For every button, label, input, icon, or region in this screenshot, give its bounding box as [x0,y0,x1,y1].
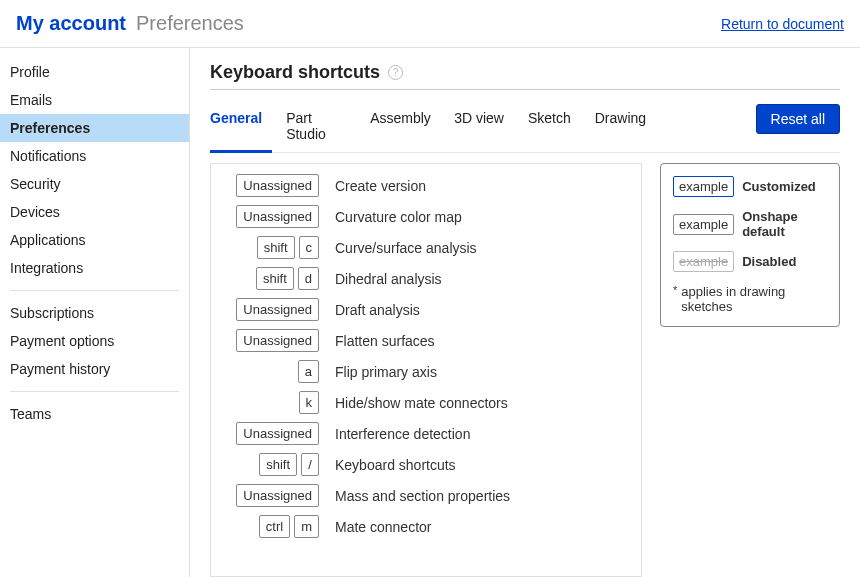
tab-sketch[interactable]: Sketch [528,104,581,152]
shortcut-row[interactable]: UnassignedMass and section properties [221,484,571,507]
shortcut-keys[interactable]: Unassigned [221,484,319,507]
legend-row-disabled: example Disabled [673,251,827,272]
title-preferences: Preferences [136,12,244,35]
sidebar-item-preferences[interactable]: Preferences [0,114,189,142]
shortcut-keys[interactable]: Unassigned [221,298,319,321]
header-title-group: My account Preferences [16,12,244,35]
sidebar-item-devices[interactable]: Devices [0,198,189,226]
shortcuts-panel[interactable]: UnassignedCreate versionUnassignedCurvat… [210,163,642,577]
key-box: Unassigned [236,484,319,507]
section-title-row: Keyboard shortcuts ? [210,62,840,90]
tab-3d-view[interactable]: 3D view [454,104,514,152]
shortcut-description: Dihedral analysis [335,271,442,287]
section-title: Keyboard shortcuts [210,62,380,83]
sidebar-item-applications[interactable]: Applications [0,226,189,254]
tabs: General Part Studio Assembly 3D view Ske… [210,104,746,152]
legend-label-customized: Customized [742,179,816,194]
key-box: m [294,515,319,538]
shortcut-keys[interactable]: shiftc [221,236,319,259]
shortcut-description: Draft analysis [335,302,420,318]
sidebar-separator [10,290,179,291]
shortcut-row[interactable]: UnassignedInterference detection [221,422,571,445]
sidebar-item-subscriptions[interactable]: Subscriptions [0,299,189,327]
key-box: shift [257,236,295,259]
shortcut-row[interactable]: shift/Keyboard shortcuts [221,453,571,476]
sidebar-item-notifications[interactable]: Notifications [0,142,189,170]
shortcut-row[interactable]: aFlip primary axis [221,360,571,383]
sidebar-item-payment-options[interactable]: Payment options [0,327,189,355]
key-box: k [299,391,320,414]
key-box: Unassigned [236,205,319,228]
sidebar-item-teams[interactable]: Teams [0,400,189,428]
sidebar-item-security[interactable]: Security [0,170,189,198]
layout: Profile Emails Preferences Notifications… [0,48,860,577]
shortcut-keys[interactable]: shift/ [221,453,319,476]
shortcut-keys[interactable]: ctrlm [221,515,319,538]
key-box: Unassigned [236,298,319,321]
shortcut-keys[interactable]: shiftd [221,267,319,290]
shortcut-row[interactable]: ctrlmMate connector [221,515,571,538]
legend-box-default: example [673,214,734,235]
key-box: Unassigned [236,422,319,445]
shortcut-row[interactable]: shiftcCurve/surface analysis [221,236,571,259]
shortcut-description: Mass and section properties [335,488,510,504]
legend-box-disabled: example [673,251,734,272]
shortcut-keys[interactable]: Unassigned [221,422,319,445]
legend-row-customized: example Customized [673,176,827,197]
shortcut-description: Curve/surface analysis [335,240,477,256]
shortcut-description: Interference detection [335,426,470,442]
shortcut-description: Flip primary axis [335,364,437,380]
reset-all-button[interactable]: Reset all [756,104,840,134]
legend-note-text: applies in drawing sketches [681,284,827,314]
shortcut-keys[interactable]: Unassigned [221,174,319,197]
shortcut-row[interactable]: UnassignedCurvature color map [221,205,571,228]
legend-label-default: Onshape default [742,209,827,239]
header: My account Preferences Return to documen… [0,0,860,48]
sidebar-item-integrations[interactable]: Integrations [0,254,189,282]
help-icon[interactable]: ? [388,65,403,80]
main-content: Keyboard shortcuts ? General Part Studio… [190,48,860,577]
sidebar: Profile Emails Preferences Notifications… [0,48,190,577]
shortcut-row[interactable]: UnassignedFlatten surfaces [221,329,571,352]
shortcut-row[interactable]: shiftdDihedral analysis [221,267,571,290]
sidebar-item-payment-history[interactable]: Payment history [0,355,189,383]
legend-panel: example Customized example Onshape defau… [660,163,840,327]
legend-label-disabled: Disabled [742,254,796,269]
shortcut-description: Keyboard shortcuts [335,457,456,473]
key-box: c [299,236,320,259]
shortcut-row[interactable]: kHide/show mate connectors [221,391,571,414]
legend-note: * applies in drawing sketches [673,284,827,314]
return-to-document-link[interactable]: Return to document [721,16,844,32]
sidebar-item-emails[interactable]: Emails [0,86,189,114]
shortcut-description: Mate connector [335,519,432,535]
legend-note-star: * [673,284,677,296]
shortcut-row[interactable]: UnassignedDraft analysis [221,298,571,321]
shortcut-description: Flatten surfaces [335,333,435,349]
shortcut-description: Curvature color map [335,209,462,225]
tab-general[interactable]: General [210,104,272,153]
shortcut-description: Hide/show mate connectors [335,395,508,411]
shortcut-row[interactable]: UnassignedCreate version [221,174,571,197]
shortcut-keys[interactable]: k [221,391,319,414]
shortcut-keys[interactable]: Unassigned [221,329,319,352]
tab-assembly[interactable]: Assembly [370,104,440,152]
tab-drawing[interactable]: Drawing [595,104,656,152]
legend-box-customized: example [673,176,734,197]
key-box: Unassigned [236,329,319,352]
key-box: Unassigned [236,174,319,197]
key-box: shift [256,267,294,290]
key-box: / [301,453,319,476]
title-my-account: My account [16,12,126,35]
sidebar-separator [10,391,179,392]
content-row: UnassignedCreate versionUnassignedCurvat… [210,163,840,577]
shortcut-keys[interactable]: a [221,360,319,383]
key-box: a [298,360,319,383]
key-box: shift [259,453,297,476]
key-box: d [298,267,319,290]
shortcut-description: Create version [335,178,426,194]
shortcut-keys[interactable]: Unassigned [221,205,319,228]
tab-part-studio[interactable]: Part Studio [286,104,356,152]
legend-row-default: example Onshape default [673,209,827,239]
tabs-row: General Part Studio Assembly 3D view Ske… [210,104,840,153]
sidebar-item-profile[interactable]: Profile [0,58,189,86]
